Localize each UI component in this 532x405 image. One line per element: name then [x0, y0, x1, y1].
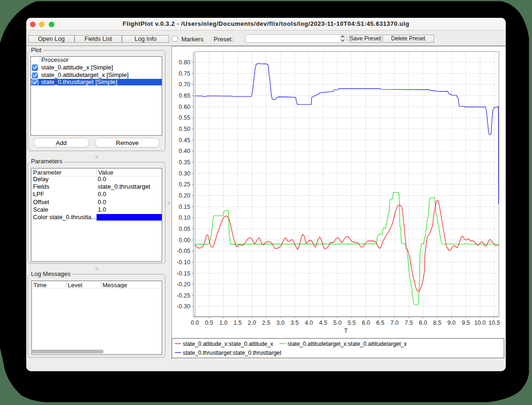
svg-text:4.0: 4.0	[305, 320, 313, 326]
svg-text:0.75: 0.75	[179, 70, 190, 77]
svg-text:0.45: 0.45	[179, 137, 190, 144]
svg-text:6.5: 6.5	[376, 320, 384, 326]
svg-text:-0.05: -0.05	[177, 248, 190, 254]
svg-text:0.40: 0.40	[179, 148, 190, 154]
svg-text:0.15: 0.15	[179, 204, 190, 210]
svg-text:-0.15: -0.15	[177, 270, 190, 277]
svg-text:0.25: 0.25	[179, 181, 190, 188]
svg-text:10.5: 10.5	[488, 320, 500, 326]
svg-text:state_0.attitudetarget_x:state: state_0.attitudetarget_x:state_0.attitud…	[288, 341, 407, 347]
svg-text:0.10: 0.10	[179, 214, 190, 221]
svg-text:1.0: 1.0	[219, 320, 228, 326]
svg-text:0.55: 0.55	[179, 115, 190, 121]
svg-text:4.5: 4.5	[319, 320, 328, 326]
svg-text:0.0: 0.0	[191, 320, 199, 326]
svg-text:5.5: 5.5	[347, 320, 356, 326]
svg-text:6.0: 6.0	[362, 320, 370, 326]
svg-text:1.5: 1.5	[233, 320, 242, 326]
svg-text:10.0: 10.0	[474, 320, 486, 326]
svg-text:0.00: 0.00	[179, 237, 190, 244]
svg-text:0.60: 0.60	[179, 104, 190, 110]
svg-text:T: T	[344, 327, 348, 334]
svg-text:-0.20: -0.20	[177, 281, 190, 288]
svg-text:9.0: 9.0	[447, 320, 456, 326]
svg-text:-0.25: -0.25	[177, 292, 190, 299]
svg-text:0.5: 0.5	[205, 320, 213, 326]
svg-text:0.20: 0.20	[179, 192, 190, 199]
svg-text:0.65: 0.65	[179, 92, 190, 99]
svg-text:2.5: 2.5	[262, 320, 270, 326]
svg-text:0.50: 0.50	[179, 126, 190, 132]
svg-text:9.5: 9.5	[462, 320, 470, 326]
svg-text:state_0.thrusttarget:state_0.t: state_0.thrusttarget:state_0.thrusttarge…	[183, 350, 282, 356]
svg-text:-0.30: -0.30	[177, 303, 190, 310]
svg-text:0.30: 0.30	[179, 170, 190, 177]
svg-text:3.0: 3.0	[276, 320, 285, 326]
svg-text:7.0: 7.0	[390, 320, 399, 326]
svg-text:5.0: 5.0	[333, 320, 342, 326]
svg-text:-0.10: -0.10	[177, 259, 190, 266]
svg-text:state_0.attitude_x:state_0.att: state_0.attitude_x:state_0.attitude_x	[183, 341, 273, 347]
svg-text:0.70: 0.70	[179, 81, 190, 88]
svg-text:8.0: 8.0	[419, 320, 427, 326]
svg-text:2.0: 2.0	[248, 320, 256, 326]
svg-text:0.05: 0.05	[179, 226, 190, 232]
svg-text:3.5: 3.5	[291, 320, 299, 326]
svg-text:7.5: 7.5	[405, 320, 413, 326]
svg-text:0.35: 0.35	[179, 159, 190, 166]
svg-text:0.80: 0.80	[179, 59, 190, 66]
svg-text:8.5: 8.5	[433, 320, 442, 326]
